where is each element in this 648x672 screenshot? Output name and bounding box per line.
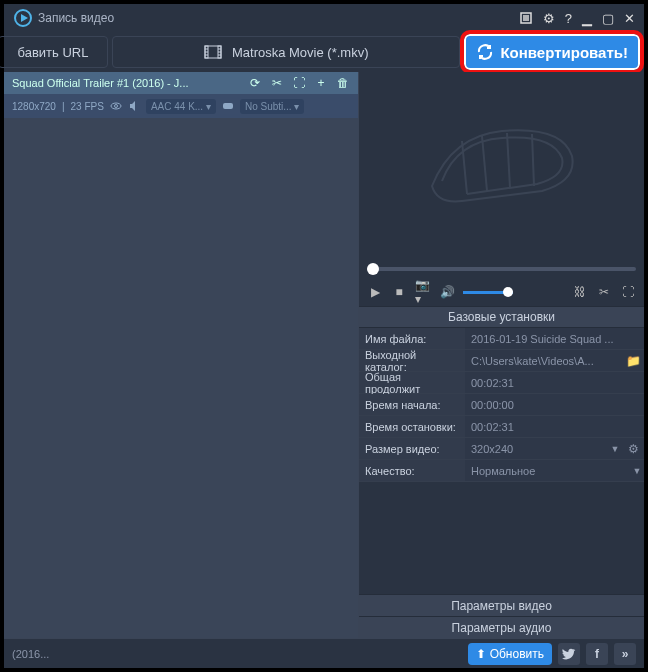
file-title: Squad Official Trailer #1 (2016) - J...: [12, 77, 240, 89]
prop-label: Выходной каталог:: [359, 350, 465, 371]
settings-header: Базовые установки: [359, 306, 644, 328]
seek-knob[interactable]: [367, 263, 379, 275]
prop-value[interactable]: 2016-01-19 Suicide Squad ...: [465, 328, 644, 349]
scissors-icon[interactable]: ✂: [270, 76, 284, 90]
toolbar: бавить URL Matroska Movie (*.mkv) Конвер…: [4, 32, 644, 72]
svg-rect-15: [223, 103, 233, 109]
prop-value[interactable]: C:\Users\kate\Videos\A...: [465, 350, 622, 371]
seek-slider[interactable]: [359, 260, 644, 278]
prop-label: Качество:: [359, 460, 465, 481]
titlebar: Запись видео ⚙ ? ▁ ▢ ✕: [4, 4, 644, 32]
link-icon[interactable]: ⛓: [572, 284, 588, 300]
app-window: Запись видео ⚙ ? ▁ ▢ ✕ бавить URL Matros…: [4, 4, 644, 668]
svg-line-19: [532, 134, 534, 186]
svg-line-17: [482, 136, 487, 191]
prop-quality: Качество: Нормальное ▼: [359, 460, 644, 482]
upload-icon: ⬆: [476, 647, 486, 661]
crop2-icon[interactable]: ⛶: [620, 284, 636, 300]
maximize-icon[interactable]: ▢: [597, 11, 619, 26]
prop-value: 00:02:31: [465, 372, 644, 393]
close-icon[interactable]: ✕: [619, 11, 640, 26]
prop-label: Время остановки:: [359, 416, 465, 437]
facebook-icon[interactable]: f: [586, 643, 608, 665]
prop-label: Общая продолжит: [359, 372, 465, 393]
file-header[interactable]: Squad Official Trailer #1 (2016) - J... …: [4, 72, 358, 94]
preview-area: [359, 72, 644, 260]
prop-label: Имя файла:: [359, 328, 465, 349]
file-details: 1280x720 | 23 FPS AAC 44 K... ▾ No Subti…: [4, 94, 358, 118]
eye-icon: [110, 100, 122, 112]
more-icon[interactable]: »: [614, 643, 636, 665]
prop-filename: Имя файла: 2016-01-19 Suicide Squad ...: [359, 328, 644, 350]
file-list-empty: [4, 118, 358, 638]
snapshot-icon[interactable]: 📷▾: [415, 284, 431, 300]
film-icon: [204, 43, 222, 61]
prop-start-time: Время начала: 00:00:00: [359, 394, 644, 416]
chevron-down-icon[interactable]: ▼: [630, 460, 644, 481]
remove-file-icon[interactable]: 🗑: [336, 76, 350, 90]
prop-value[interactable]: 00:00:00: [465, 394, 644, 415]
volume-slider[interactable]: [463, 291, 513, 294]
playback-controls: ▶ ■ 📷▾ 🔊 ⛓ ✂ ⛶: [359, 278, 644, 306]
format-label: Matroska Movie (*.mkv): [232, 45, 369, 60]
prop-value[interactable]: Нормальное: [465, 460, 630, 481]
fps-text: 23 FPS: [71, 101, 104, 112]
svg-line-18: [507, 133, 510, 188]
seek-track: [367, 267, 636, 271]
prop-stop-time: Время остановки: 00:02:31: [359, 416, 644, 438]
svg-point-14: [114, 105, 117, 108]
minimize-icon[interactable]: ▁: [577, 11, 597, 26]
refresh-file-icon[interactable]: ⟳: [248, 76, 262, 90]
right-panel: ▶ ■ 📷▾ 🔊 ⛓ ✂ ⛶ Базовые установки Имя фай…: [358, 72, 644, 638]
upload-button[interactable]: ⬆ Обновить: [468, 643, 552, 665]
audio-params-button[interactable]: Параметры аудио: [359, 616, 644, 638]
twitter-icon[interactable]: [558, 643, 580, 665]
speaker-icon: [128, 100, 140, 112]
stop-icon[interactable]: ■: [391, 284, 407, 300]
help-icon[interactable]: ?: [560, 11, 577, 26]
app-logo-icon: [14, 9, 32, 27]
window-title: Запись видео: [38, 11, 114, 25]
prop-label: Время начала:: [359, 394, 465, 415]
size-gear-icon[interactable]: ⚙: [622, 438, 644, 459]
convert-label: Конвертировать!: [500, 44, 628, 61]
volume-icon[interactable]: 🔊: [439, 284, 455, 300]
status-text: (2016...: [12, 648, 49, 660]
add-url-label: бавить URL: [18, 45, 89, 60]
upload-label: Обновить: [490, 647, 544, 661]
add-url-tab[interactable]: бавить URL: [0, 36, 108, 68]
audio-chip[interactable]: AAC 44 K... ▾: [146, 99, 216, 114]
chevron-down-icon[interactable]: ▼: [608, 438, 622, 459]
add-file-icon[interactable]: +: [314, 76, 328, 90]
svg-point-13: [111, 103, 121, 109]
bottombar: (2016... ⬆ Обновить f »: [4, 638, 644, 668]
video-params-button[interactable]: Параметры видео: [359, 594, 644, 616]
prop-value[interactable]: 320x240: [465, 438, 608, 459]
browse-folder-icon[interactable]: 📁: [622, 350, 644, 371]
subtitle-icon: [222, 100, 234, 112]
prop-label: Размер видео:: [359, 438, 465, 459]
convert-button[interactable]: Конвертировать!: [464, 34, 640, 70]
gear-icon[interactable]: ⚙: [538, 11, 560, 26]
cut-icon[interactable]: ✂: [596, 284, 612, 300]
refresh-icon: [476, 43, 494, 61]
format-tab[interactable]: Matroska Movie (*.mkv): [112, 36, 460, 68]
prop-video-size: Размер видео: 320x240 ▼ ⚙: [359, 438, 644, 460]
subs-chip[interactable]: No Subti... ▾: [240, 99, 304, 114]
play-icon[interactable]: ▶: [367, 284, 383, 300]
file-list-panel: Squad Official Trailer #1 (2016) - J... …: [4, 72, 358, 638]
filmstrip-art-icon: [412, 106, 592, 226]
prop-value[interactable]: 00:02:31: [465, 416, 644, 437]
prop-duration: Общая продолжит 00:02:31: [359, 372, 644, 394]
resolution-text: 1280x720: [12, 101, 56, 112]
volume-knob[interactable]: [503, 287, 513, 297]
content-area: Squad Official Trailer #1 (2016) - J... …: [4, 72, 644, 638]
prop-output-dir: Выходной каталог: C:\Users\kate\Videos\A…: [359, 350, 644, 372]
crop-icon[interactable]: ⛶: [292, 76, 306, 90]
menu-icon[interactable]: [514, 11, 538, 25]
